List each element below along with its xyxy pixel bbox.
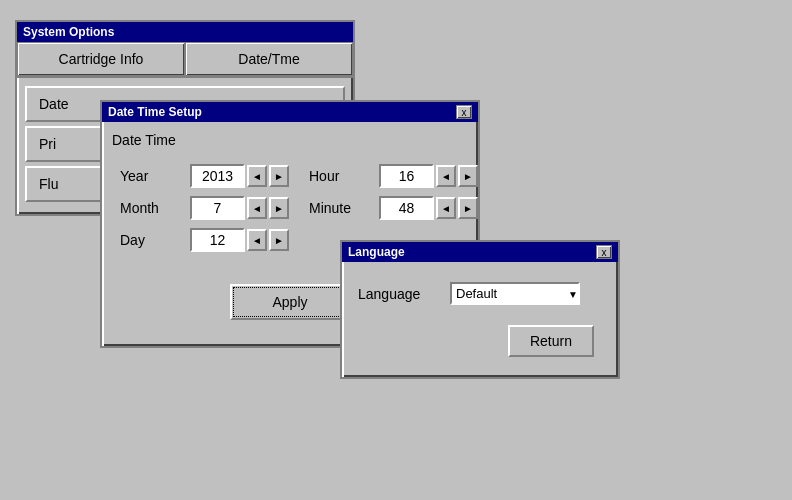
datetime-section-label: Date Time [112, 132, 468, 148]
month-row: Month 7 ◄ ► [120, 196, 289, 220]
year-decrement-button[interactable]: ◄ [247, 165, 267, 187]
language-field-label: Language [358, 286, 438, 302]
system-options-title: System Options [23, 25, 114, 39]
hour-spin-group: 16 ◄ ► [379, 164, 478, 188]
year-label: Year [120, 168, 190, 184]
month-value: 7 [190, 196, 245, 220]
language-title: Language [348, 245, 405, 259]
language-select-wrapper: Default English French German Spanish ▼ [450, 282, 580, 305]
hour-decrement-button[interactable]: ◄ [436, 165, 456, 187]
month-decrement-button[interactable]: ◄ [247, 197, 267, 219]
month-label: Month [120, 200, 190, 216]
datetime-titlebar: Date Time Setup x [102, 102, 478, 122]
hour-value: 16 [379, 164, 434, 188]
minute-spin-group: 48 ◄ ► [379, 196, 478, 220]
apply-button[interactable]: Apply [230, 284, 349, 320]
day-decrement-button[interactable]: ◄ [247, 229, 267, 251]
language-titlebar: Language x [342, 242, 618, 262]
language-actions: Return [358, 325, 602, 357]
day-row: Day 12 ◄ ► [120, 228, 289, 252]
datetime-title: Date Time Setup [108, 105, 202, 119]
tab-cartridge[interactable]: Cartridge Info [17, 42, 185, 76]
month-increment-button[interactable]: ► [269, 197, 289, 219]
language-content: Language Default English French German S… [342, 262, 618, 377]
day-value: 12 [190, 228, 245, 252]
year-spin-group: 2013 ◄ ► [190, 164, 289, 188]
hour-increment-button[interactable]: ► [458, 165, 478, 187]
language-select[interactable]: Default English French German Spanish [450, 282, 580, 305]
left-fields: Year 2013 ◄ ► Month 7 [120, 164, 289, 260]
minute-decrement-button[interactable]: ◄ [436, 197, 456, 219]
day-label: Day [120, 232, 190, 248]
system-options-tabs: Cartridge Info Date/Tme [17, 42, 353, 78]
minute-value: 48 [379, 196, 434, 220]
language-close-button[interactable]: x [596, 245, 612, 259]
tab-datetime[interactable]: Date/Tme [185, 42, 353, 76]
minute-increment-button[interactable]: ► [458, 197, 478, 219]
hour-row: Hour 16 ◄ ► [309, 164, 478, 188]
minute-row: Minute 48 ◄ ► [309, 196, 478, 220]
year-value: 2013 [190, 164, 245, 188]
language-window: Language x Language Default English Fren… [340, 240, 620, 379]
minute-label: Minute [309, 200, 379, 216]
language-row: Language Default English French German S… [358, 282, 602, 305]
day-spin-group: 12 ◄ ► [190, 228, 289, 252]
return-button[interactable]: Return [508, 325, 594, 357]
day-increment-button[interactable]: ► [269, 229, 289, 251]
system-options-titlebar: System Options [17, 22, 353, 42]
year-row: Year 2013 ◄ ► [120, 164, 289, 188]
year-increment-button[interactable]: ► [269, 165, 289, 187]
month-spin-group: 7 ◄ ► [190, 196, 289, 220]
hour-label: Hour [309, 168, 379, 184]
datetime-close-button[interactable]: x [456, 105, 472, 119]
